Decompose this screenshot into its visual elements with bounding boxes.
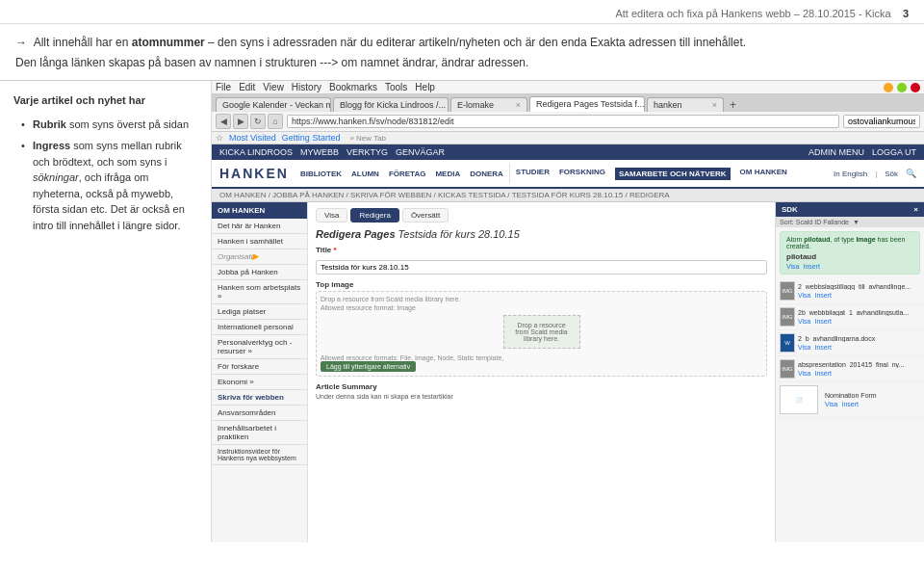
sidebar-item-personal[interactable]: Personalverktyg och -resurser » [212,335,307,359]
sdk-file-name-2: 2b_webbbilagat_1_avhandlingsutla... [798,309,920,316]
content-layout: OM HANKEN Det här är Hanken Hanken i sam… [212,202,924,542]
maximize-button[interactable] [897,83,907,92]
sdk-insert-5[interactable]: Insert [842,401,860,407]
menu-help[interactable]: Help [415,82,435,92]
sidebar-item-det-har[interactable]: Det här är Hanken [212,219,307,234]
main-area: Varje artikel och nyhet har Rubrik som s… [0,80,924,542]
add-alternatives-button[interactable]: Lägg till ytterligare alternativ [321,361,416,372]
bookmark-most-visited[interactable]: Most Visited [229,133,276,143]
tab-redigera[interactable]: Redigera [350,208,398,223]
sidebar-item-jobba[interactable]: Jobba på Hanken [212,265,307,280]
tab-close-2[interactable]: × [516,100,521,110]
tab-close-4[interactable]: × [712,100,717,110]
hanken-nav-alumn[interactable]: Alumn [351,170,379,178]
top-image-dropzone[interactable]: Drop a resource from Scald media library… [316,291,767,377]
rubrik-bold: Rubrik [33,118,66,130]
hanken-nav-english[interactable]: In English [834,170,867,178]
sidebar-item-forskare[interactable]: För forskare [212,359,307,375]
sidebar-item-internationell[interactable]: Internationell personal [212,320,307,335]
browser-tab-3[interactable]: Redigera Pages Testsida f... × [529,96,645,112]
page-title: Att editera och fixa på Hankens webb – 2… [462,8,909,19]
hanken-nav-verktyg[interactable]: VERKTYG [346,147,388,157]
sdk-file-actions-4: Visa Insert [798,370,920,377]
inner-dropzone[interactable]: Drop a resource from Scald media library… [503,315,580,349]
hanken-nav-kicka[interactable]: KICKA LINDROOS [219,147,293,157]
hanken-nav-donera[interactable]: Donera [470,170,503,178]
sdk-insert-btn-0[interactable]: Insert [804,263,821,270]
sidebar-item-instruktioner[interactable]: Instruktionsvideor för Hankens nya webbs… [212,445,307,465]
browser-tab-0[interactable]: Google Kalender - Veckan me... × [216,97,331,112]
sdk-notification-actions: Visa Insert [786,263,913,270]
browser-tab-4[interactable]: hanken × [647,97,724,112]
sdk-file-actions-3: Visa Insert [798,344,920,351]
sdk-visa-1[interactable]: Visa [798,292,811,299]
menu-view[interactable]: View [263,82,284,92]
minimize-button[interactable] [884,83,893,92]
sidebar-item-samhallet[interactable]: Hanken i samhället [212,234,307,249]
home-button[interactable]: ⌂ [268,114,283,129]
sidebar-item-platser[interactable]: Lediga platser [212,304,307,320]
menu-tools[interactable]: Tools [385,82,407,92]
sidebar-item-arbetsplats[interactable]: Hanken som arbetsplats » [212,280,307,304]
sdk-insert-3[interactable]: Insert [815,344,833,351]
address-bar-input[interactable] [287,115,839,128]
browser-tab-2[interactable]: E-lomake × [450,97,527,112]
sdk-close-icon[interactable]: × [913,205,918,214]
sidebar-item-ekonomi[interactable]: Ekonomi » [212,375,307,390]
forward-button[interactable]: ▶ [233,114,248,129]
sdk-insert-4[interactable]: Insert [815,370,833,377]
sdk-header: SDK × [776,202,924,217]
menu-bookmarks[interactable]: Bookmarks [329,82,377,92]
sidebar-item-organisation[interactable]: Organisati▶ [212,249,307,265]
hanken-nav-media[interactable]: Media [435,170,460,178]
sidebar-item-ansvarsomraden[interactable]: Ansvarsområden [212,406,307,421]
menu-file[interactable]: File [216,82,231,92]
sdk-label: SDK [782,205,798,214]
sidebar-item-innehall[interactable]: Innehållsarbetet i praktiken [212,421,307,445]
hanken-nav-bibliotek[interactable]: Bibliotek [300,170,342,178]
tab-visa[interactable]: Visa [316,208,347,223]
sdk-insert-2[interactable]: Insert [815,318,833,325]
title-input[interactable] [316,260,767,275]
sdk-file-icon-3: W [780,333,795,353]
hanken-nav-admin[interactable]: ADMIN MENU [808,147,864,157]
new-tab-button[interactable]: + [726,98,740,112]
sdk-visa-3[interactable]: Visa [798,344,811,351]
sdk-insert-1[interactable]: Insert [815,292,833,299]
sdk-file-actions-1: Visa Insert [798,292,920,299]
sdk-visa-2[interactable]: Visa [798,318,811,325]
hanken-nav-logga[interactable]: LOGGA UT [872,147,916,157]
hanken-logo[interactable]: HANKEN [219,166,289,181]
sdk-visa-5[interactable]: Visa [825,401,838,407]
menu-history[interactable]: History [292,82,321,92]
sdk-file-info-2: 2b_webbbilagat_1_avhandlingsutla... Visa… [798,309,920,325]
article-summary-field: Article Summary Under denna sida kan ni … [316,382,767,400]
hanken-nav-genvagar[interactable]: GENVÄGAR [396,147,445,157]
hanken-nav-om-hanken[interactable]: OM HANKEN [740,168,787,180]
sdk-visa-4[interactable]: Visa [798,370,811,377]
sdk-file-actions-5: Visa Insert [825,401,920,407]
menu-edit[interactable]: Edit [239,82,255,92]
close-button[interactable] [911,83,920,92]
hanken-nav-samarbete[interactable]: SAMARBETE OCH NÄTVERK [615,168,731,180]
bookmark-getting-started[interactable]: Getting Started [282,133,341,143]
hanken-nav-sok[interactable]: Sök [885,170,898,178]
back-button[interactable]: ◀ [216,114,231,129]
reload-button[interactable]: ↻ [250,114,266,129]
sdk-file-name-5: Nomination Form [825,392,920,399]
sdk-visa-btn-0[interactable]: Visa [786,263,800,270]
hanken-nav-forskning[interactable]: FORSKNING [559,168,605,180]
slide-panel: Varje artikel och nyhet har Rubrik som s… [0,81,212,542]
browser-tab-1[interactable]: Blogg för Kicka Lindroos /... × [333,97,449,112]
sdk-sort-icon[interactable]: ▼ [853,219,860,225]
hanken-nav-foretag[interactable]: Företag [389,170,426,178]
sidebar-item-skriva[interactable]: Skriva för webben [212,390,307,406]
tab-oversatt[interactable]: Översätt [402,208,449,223]
sdk-file-icon-2: IMG [780,307,795,327]
search-bar-input[interactable] [843,115,920,128]
hanken-nav-studier[interactable]: STUDIER [516,168,550,180]
hanken-nav-mywebb[interactable]: MYWEBB [300,147,339,157]
sdk-file-3: W 2_b_avhandlingarna.docx Visa Insert [776,330,924,356]
sokningar-italic: sökningar [33,171,79,183]
article-summary-hint: Under denna sida kan ni skapa era testar… [316,393,767,400]
